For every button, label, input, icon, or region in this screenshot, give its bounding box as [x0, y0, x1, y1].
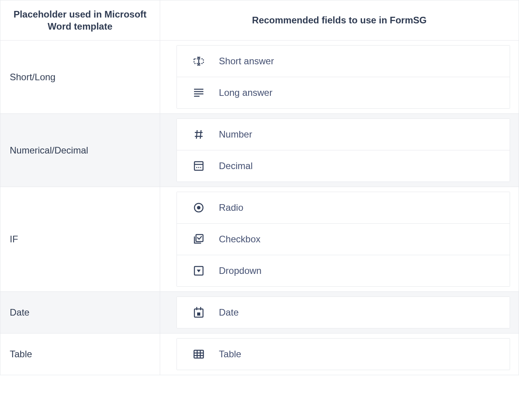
placeholder-cell: IF [0, 187, 160, 292]
field-list: NumberDecimal [177, 118, 510, 182]
field-list: Short answerLong answer [177, 45, 510, 109]
field-label: Table [219, 349, 241, 360]
long-answer-icon [192, 86, 205, 99]
placeholder-cell: Date [0, 292, 160, 334]
fields-cell: Table [160, 334, 519, 375]
table-icon [192, 348, 205, 360]
field-label: Decimal [219, 161, 253, 171]
field-item: Checkbox [177, 224, 510, 255]
dropdown-icon [192, 265, 205, 277]
field-list: Date [177, 296, 510, 328]
number-icon [192, 128, 205, 141]
field-item: Long answer [177, 77, 510, 108]
header-fields: Recommended fields to use in FormSG [160, 0, 519, 41]
table-row: TableTable [0, 334, 519, 375]
field-item: Radio [177, 192, 510, 224]
fields-cell: Short answerLong answer [160, 41, 519, 114]
field-item: Short answer [177, 46, 510, 77]
field-list: Table [177, 338, 510, 370]
field-label: Radio [219, 202, 244, 213]
field-label: Dropdown [219, 265, 261, 276]
field-label: Number [219, 129, 252, 140]
fields-cell: Date [160, 292, 519, 334]
placeholder-cell: Numerical/Decimal [0, 114, 160, 187]
table-row: IFRadioCheckboxDropdown [0, 187, 519, 292]
field-mapping-table: Placeholder used in Microsoft Word templ… [0, 0, 519, 375]
placeholder-cell: Table [0, 334, 160, 375]
date-icon [192, 306, 205, 319]
decimal-icon [192, 160, 205, 172]
field-label: Long answer [219, 87, 272, 98]
table-row: Short/LongShort answerLong answer [0, 41, 519, 114]
fields-cell: NumberDecimal [160, 114, 519, 187]
short-answer-icon [192, 55, 205, 67]
field-label: Short answer [219, 56, 274, 67]
field-item: Number [177, 119, 510, 150]
header-placeholder: Placeholder used in Microsoft Word templ… [0, 0, 160, 41]
field-label: Date [219, 307, 239, 318]
field-item: Table [177, 339, 510, 370]
fields-cell: RadioCheckboxDropdown [160, 187, 519, 292]
radio-icon [192, 201, 205, 214]
field-item: Dropdown [177, 255, 510, 286]
placeholder-cell: Short/Long [0, 41, 160, 114]
checkbox-icon [192, 233, 205, 245]
field-list: RadioCheckboxDropdown [177, 192, 510, 287]
table-row: DateDate [0, 292, 519, 334]
field-item: Decimal [177, 150, 510, 182]
table-row: Numerical/DecimalNumberDecimal [0, 114, 519, 187]
field-label: Checkbox [219, 234, 261, 245]
field-item: Date [177, 297, 510, 328]
